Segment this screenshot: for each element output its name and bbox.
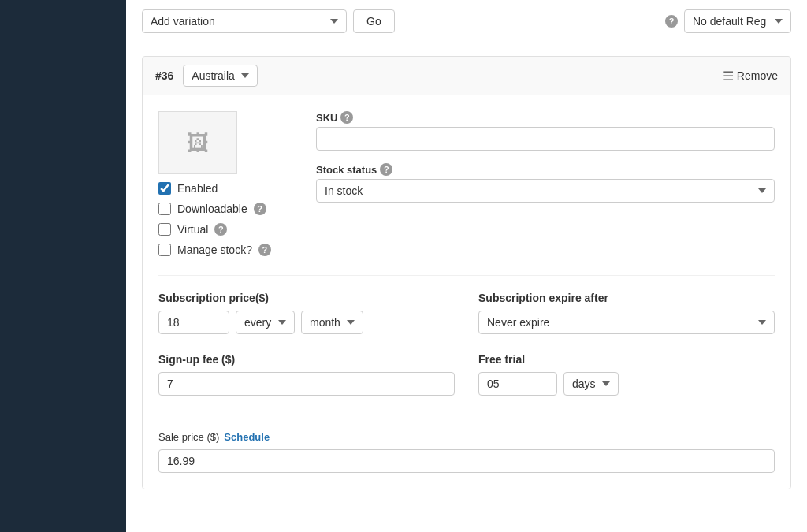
left-column: 🖼 Enabled Downloadable ? (158, 111, 300, 256)
main-content: Add variation Go ? No default Reg #36 Au… (126, 0, 807, 532)
stock-status-help-icon[interactable]: ? (380, 163, 392, 176)
subscription-section: Subscription price($) every month (158, 275, 775, 473)
virtual-checkbox[interactable] (158, 223, 171, 236)
signup-row: Sign-up fee ($) Free trial days (158, 353, 775, 396)
price-row: every month (158, 311, 455, 334)
sidebar (0, 0, 126, 532)
subscription-expire-group: Subscription expire after Never expire (478, 292, 775, 334)
downloadable-help-icon[interactable]: ? (254, 203, 266, 215)
remove-label: Remove (737, 69, 778, 82)
sku-field-group: SKU ? (316, 111, 775, 151)
sale-input[interactable] (158, 449, 775, 473)
sku-help-icon[interactable]: ? (340, 111, 353, 124)
virtual-row: Virtual ? (158, 223, 300, 236)
manage-stock-row: Manage stock? ? (158, 244, 300, 256)
trial-unit-select[interactable]: days (563, 372, 619, 396)
image-icon: 🖼 (187, 130, 209, 156)
enabled-label: Enabled (177, 182, 218, 195)
subscription-expire-label: Subscription expire after (478, 292, 775, 304)
variation-country-select[interactable]: Austraila (183, 65, 258, 87)
every-select[interactable]: every (236, 311, 295, 334)
subscription-price-label: Subscription price($) (158, 292, 455, 304)
stock-status-select[interactable]: In stock (316, 179, 775, 203)
checkboxes-area: Enabled Downloadable ? Virtual ? (158, 182, 300, 256)
schedule-link[interactable]: Schedule (224, 431, 270, 443)
trial-input[interactable] (478, 372, 557, 396)
go-button[interactable]: Go (353, 9, 395, 33)
enabled-row: Enabled (158, 182, 300, 195)
price-input[interactable] (158, 311, 229, 334)
subscription-price-group: Subscription price($) every month (158, 292, 455, 334)
top-bar-right: ? No default Reg (665, 9, 791, 33)
manage-stock-help-icon[interactable]: ? (258, 244, 271, 256)
free-trial-label: Free trial (478, 353, 775, 366)
free-trial-group: Free trial days (478, 353, 775, 396)
product-image-placeholder[interactable]: 🖼 (158, 111, 237, 174)
virtual-help-icon[interactable]: ? (214, 223, 227, 236)
signup-label: Sign-up fee ($) (158, 353, 455, 366)
signup-fee-group: Sign-up fee ($) (158, 353, 455, 396)
downloadable-row: Downloadable ? (158, 203, 300, 215)
remove-button[interactable]: ☰ Remove (723, 69, 778, 84)
manage-stock-label: Manage stock? (177, 244, 252, 256)
stock-status-label: Stock status ? (316, 163, 775, 176)
variation-section: #36 Austraila ☰ Remove 🖼 (142, 56, 791, 489)
help-icon[interactable]: ? (665, 15, 678, 28)
downloadable-checkbox[interactable] (158, 203, 171, 215)
sku-label: SKU ? (316, 111, 775, 124)
stock-status-field-group: Stock status ? In stock (316, 163, 775, 203)
variation-number: #36 (155, 69, 173, 82)
variation-grid: 🖼 Enabled Downloadable ? (158, 111, 775, 256)
right-fields: SKU ? Stock status ? In stock (316, 111, 775, 256)
top-bar: Add variation Go ? No default Reg (126, 0, 807, 43)
variation-header: #36 Austraila ☰ Remove (143, 57, 790, 95)
manage-stock-checkbox[interactable] (158, 244, 171, 256)
reg-select[interactable]: No default Reg (684, 9, 791, 33)
variation-body: 🖼 Enabled Downloadable ? (143, 95, 790, 489)
signup-input[interactable] (158, 372, 455, 396)
expire-select[interactable]: Never expire (478, 311, 775, 334)
sale-label: Sale price ($) (158, 431, 219, 443)
free-trial-row: days (478, 372, 775, 396)
virtual-label: Virtual (177, 223, 208, 236)
sale-label-row: Sale price ($) Schedule (158, 431, 775, 443)
subscription-price-row: Subscription price($) every month (158, 292, 775, 334)
sku-input[interactable] (316, 127, 775, 151)
menu-icon: ☰ (723, 69, 734, 84)
period-select[interactable]: month (301, 311, 363, 334)
downloadable-label: Downloadable (177, 203, 247, 215)
enabled-checkbox[interactable] (158, 182, 171, 195)
add-variation-select[interactable]: Add variation (142, 9, 347, 33)
sale-section: Sale price ($) Schedule (158, 415, 775, 473)
